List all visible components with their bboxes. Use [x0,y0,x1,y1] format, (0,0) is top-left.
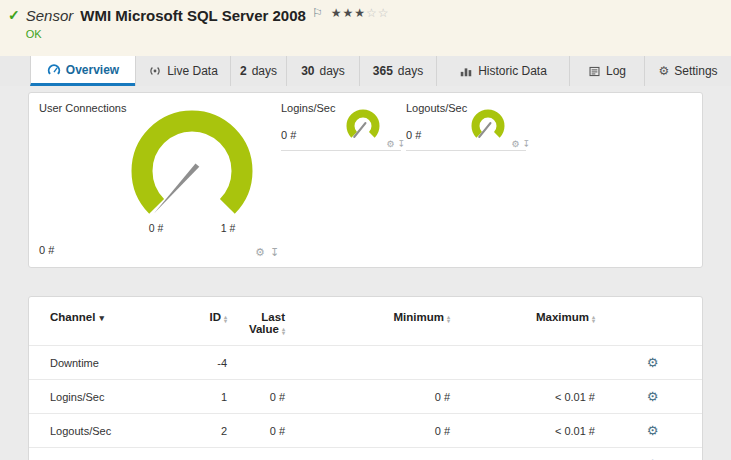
channel-name: Logouts/Sec [29,414,201,448]
channel-last-value [235,346,293,380]
channel-maximum: < 0.01 # [458,380,603,414]
gear-icon[interactable]: ⚙ [255,246,265,259]
sort-icon[interactable]: ▴▾ [592,315,595,323]
tab-historic-data[interactable]: Historic Data [436,56,569,86]
tab-2-days[interactable]: 2 days [230,56,286,86]
stars-filled[interactable]: ★★★ [331,6,366,20]
main-gauge-actions: ⚙ ↧ [255,246,279,259]
sensor-title-block: Sensor WMI Microsoft SQL Server 2008 ⚐ ★… [26,7,390,40]
logouts-gauge [466,107,510,147]
broadcast-icon [148,64,162,78]
small-gauge-actions: ⚙ ↧ [386,139,405,149]
channel-settings-icon[interactable]: ⚙ [647,389,659,404]
channels-panel: Channel▾ ID▴▾ Last Value▴▾ Minimum▴▾ Max [28,296,703,460]
main-gauge-value: 0 # [39,244,54,256]
sensor-header: ✓ Sensor WMI Microsoft SQL Server 2008 ⚐… [0,0,731,56]
channel-name: User Connections [29,448,201,460]
channel-name: Logins/Sec [29,380,201,414]
channel-last-value: 0 # [235,414,293,448]
user-connections-gauge: 0 # 1 # [117,105,267,237]
channel-maximum [458,346,603,380]
column-header-id[interactable]: ID▴▾ [201,299,235,346]
channel-settings-icon[interactable]: ⚙ [647,423,659,438]
channel-minimum: 0 # [293,448,458,460]
gauge-scale-max: 1 # [221,222,236,234]
tab-live-data[interactable]: Live Data [135,56,230,86]
channels-table: Channel▾ ID▴▾ Last Value▴▾ Minimum▴▾ Max [29,299,702,460]
bar-chart-icon [459,64,473,78]
logins-gauge [341,107,385,147]
status-check-icon: ✓ [8,7,20,23]
channel-last-value: 0 # [235,448,293,460]
gauges-panel: User Connections 0 # 1 # 0 # ⚙ ↧ Logins/… [28,92,703,268]
channel-last-value: 0 # [235,380,293,414]
tab-label: Overview [66,63,119,77]
small-gauge-value: 0 # [406,129,421,141]
divider [406,150,526,151]
column-header-actions [603,299,702,346]
table-row: Logins/Sec 1 0 # 0 # < 0.01 # ⚙ [29,380,702,414]
channel-name: Downtime [29,346,201,380]
gear-icon[interactable]: ⚙ [386,139,394,149]
sensor-tab-bar: Overview Live Data 2 days 30 days 365 da… [0,56,731,86]
tab-label: days [320,64,345,78]
gauge-needle [154,163,199,213]
sensor-overview-content: User Connections 0 # 1 # 0 # ⚙ ↧ Logins/… [0,86,731,460]
column-header-channel[interactable]: Channel▾ [29,299,201,346]
column-label: ID [209,311,221,323]
download-icon[interactable]: ↧ [522,139,530,149]
table-header-row: Channel▾ ID▴▾ Last Value▴▾ Minimum▴▾ Max [29,299,702,346]
tab-label-number: 365 [373,64,393,78]
small-gauge-value: 0 # [281,129,296,141]
tab-365-days[interactable]: 365 days [359,56,436,86]
channel-id: -4 [201,346,235,380]
gear-icon: ⚙ [658,64,669,78]
column-header-minimum[interactable]: Minimum▴▾ [293,299,458,346]
status-badge: OK [26,28,390,40]
flag-icon[interactable]: ⚐ [312,7,323,19]
tab-label-number: 30 [301,64,314,78]
column-header-maximum[interactable]: Maximum▴▾ [458,299,603,346]
channel-settings-icon[interactable]: ⚙ [647,355,659,370]
column-label: Channel [50,311,95,323]
tab-label: Settings [674,64,717,78]
gauge-needle [354,123,365,137]
tab-30-days[interactable]: 30 days [286,56,359,86]
main-gauge-title: User Connections [39,102,126,114]
gauge-needle [479,123,490,137]
column-label: Maximum [536,311,589,323]
channel-id: 1 [201,380,235,414]
channel-maximum: < 0.01 # [458,414,603,448]
tab-overview[interactable]: Overview [30,56,135,86]
download-icon[interactable]: ↧ [397,139,405,149]
tab-label: Historic Data [478,64,547,78]
small-gauge-logins: Logins/Sec 0 # ⚙ ↧ [281,102,401,154]
download-icon[interactable]: ↧ [270,246,279,259]
sort-icon[interactable]: ▴▾ [224,315,227,323]
small-gauge-actions: ⚙ ↧ [511,139,530,149]
tab-spacer [0,56,30,86]
tab-label: Log [606,64,626,78]
chevron-down-icon[interactable]: ▾ [99,313,104,323]
sort-icon[interactable]: ▴▾ [447,315,450,323]
table-row: Downtime -4 ⚙ [29,346,702,380]
tab-log[interactable]: Log [569,56,644,86]
gauge-icon [47,63,61,77]
channel-minimum: 0 # [293,380,458,414]
table-row: Logouts/Sec 2 0 # 0 # < 0.01 # ⚙ [29,414,702,448]
channel-id: 0 [201,448,235,460]
column-label: Last Value [249,311,285,335]
channel-minimum [293,346,458,380]
divider [281,150,401,151]
tab-label: Live Data [167,64,218,78]
channel-id: 2 [201,414,235,448]
gear-icon[interactable]: ⚙ [511,139,519,149]
tab-label: days [252,64,277,78]
sensor-title: WMI Microsoft SQL Server 2008 [80,7,306,24]
column-header-last-value[interactable]: Last Value▴▾ [235,299,293,346]
priority-stars[interactable]: ★★★☆☆ [331,7,390,20]
tab-settings[interactable]: ⚙ Settings [644,56,731,86]
stars-empty[interactable]: ☆☆ [366,6,390,20]
sort-icon[interactable]: ▴▾ [282,327,285,335]
tab-label-number: 2 [240,64,247,78]
